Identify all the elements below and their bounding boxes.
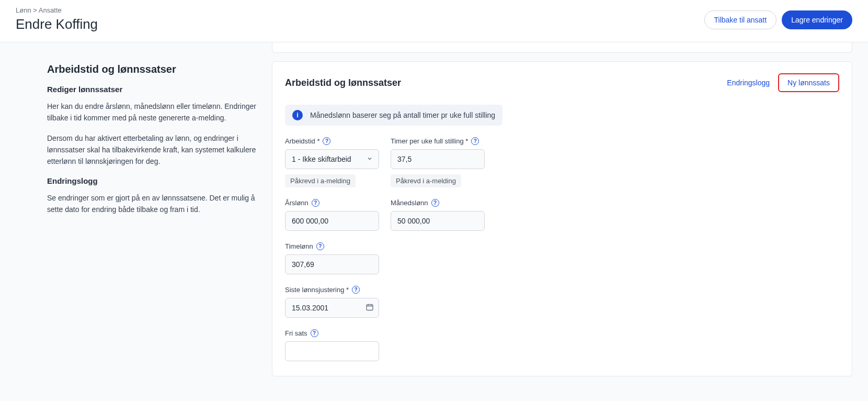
sidebar-subtitle-edit: Rediger lønnssatser — [47, 85, 256, 94]
siste-justering-input[interactable] — [285, 298, 379, 318]
timelonn-input[interactable] — [285, 254, 379, 274]
helper-text: Påkrevd i a-melding — [285, 174, 356, 187]
help-icon[interactable]: ? — [352, 286, 360, 294]
arslonn-label: Årslønn ? — [285, 199, 379, 207]
fri-sats-input[interactable] — [285, 341, 379, 361]
fri-sats-label: Fri sats ? — [285, 329, 379, 337]
sidebar-subtitle-log: Endringslogg — [47, 176, 256, 185]
arslonn-input[interactable] — [285, 211, 379, 231]
page-title: Endre Koffing — [16, 16, 98, 32]
sidebar-text: Dersom du har aktivert etterbetaling av … — [47, 133, 256, 167]
sidebar-title: Arbeidstid og lønnssatser — [47, 63, 256, 75]
arbeidstid-select[interactable] — [285, 149, 379, 169]
breadcrumb[interactable]: Lønn > Ansatte — [16, 6, 98, 14]
sidebar-text: Her kan du endre årslønn, månedslønn ell… — [47, 101, 256, 124]
card-title: Arbeidstid og lønnssatser — [285, 77, 401, 88]
sidebar-text: Se endringer som er gjort på en av lønns… — [47, 193, 256, 215]
help-icon[interactable]: ? — [311, 329, 318, 337]
previous-card-edge — [272, 42, 852, 53]
back-button[interactable]: Tilbake til ansatt — [704, 10, 777, 29]
helper-text: Påkrevd i a-melding — [391, 174, 461, 187]
help-icon[interactable]: ? — [323, 137, 330, 145]
salary-card: Arbeidstid og lønnssatser Endringslogg N… — [272, 61, 852, 376]
timer-uke-input[interactable] — [391, 149, 485, 169]
info-banner: i Månedslønn baserer seg på antall timer… — [285, 105, 502, 126]
help-icon[interactable]: ? — [312, 199, 319, 207]
save-button[interactable]: Lagre endringer — [782, 10, 852, 29]
timelonn-label: Timelønn ? — [285, 242, 379, 250]
help-icon[interactable]: ? — [316, 242, 324, 250]
manedslonn-label: Månedslønn ? — [391, 199, 485, 207]
changelog-link[interactable]: Endringslogg — [727, 79, 770, 87]
help-icon[interactable]: ? — [431, 199, 439, 207]
info-sidebar: Arbeidstid og lønnssatser Rediger lønnss… — [16, 42, 256, 376]
siste-justering-label: Siste lønnsjustering * ? — [285, 286, 379, 294]
main-content: Arbeidstid og lønnssatser Endringslogg N… — [272, 42, 852, 376]
info-icon: i — [292, 110, 303, 120]
arbeidstid-label: Arbeidstid * ? — [285, 137, 379, 145]
new-salary-button[interactable]: Ny lønnssats — [778, 73, 839, 92]
manedslonn-input[interactable] — [391, 211, 485, 231]
page-header: Lønn > Ansatte Endre Koffing Tilbake til… — [0, 0, 868, 42]
info-text: Månedslønn baserer seg på antall timer p… — [310, 111, 495, 119]
timer-uke-label: Timer per uke full stilling * ? — [391, 137, 485, 145]
help-icon[interactable]: ? — [471, 137, 479, 145]
